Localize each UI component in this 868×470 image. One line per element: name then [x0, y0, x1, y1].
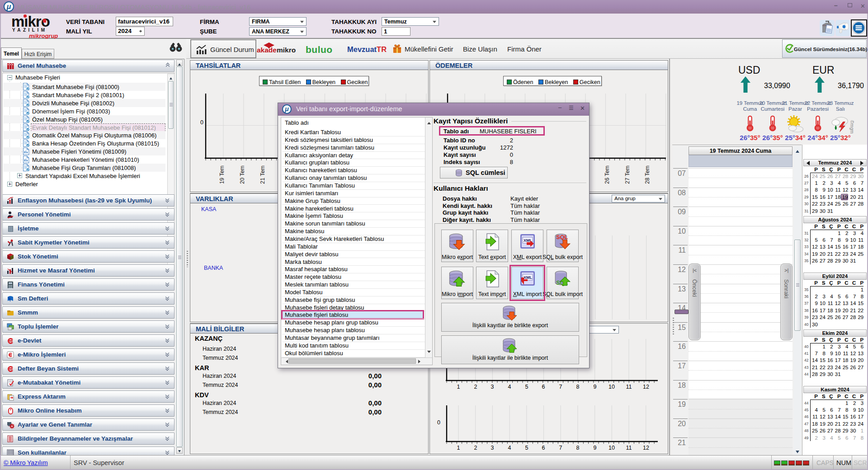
svg-text:SQL: SQL — [556, 234, 568, 240]
